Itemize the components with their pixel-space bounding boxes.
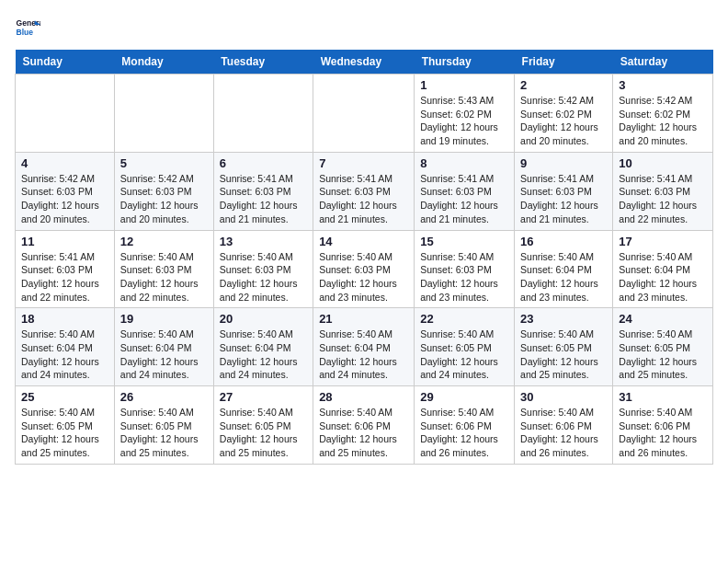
calendar-cell: 16Sunrise: 5:40 AM Sunset: 6:04 PM Dayli… [515, 230, 613, 308]
weekday-header: Monday [114, 50, 213, 75]
day-number: 10 [619, 156, 707, 170]
calendar-cell [16, 75, 115, 153]
day-number: 19 [120, 312, 208, 326]
day-number: 5 [120, 156, 208, 170]
calendar-cell: 6Sunrise: 5:41 AM Sunset: 6:03 PM Daylig… [213, 152, 313, 230]
calendar-week-row: 18Sunrise: 5:40 AM Sunset: 6:04 PM Dayli… [16, 308, 713, 386]
weekday-header: Thursday [415, 50, 515, 75]
day-number: 14 [319, 235, 408, 248]
weekday-header: Saturday [613, 50, 713, 75]
calendar-cell: 30Sunrise: 5:40 AM Sunset: 6:06 PM Dayli… [515, 386, 613, 465]
day-info: Sunrise: 5:40 AM Sunset: 6:05 PM Dayligh… [619, 327, 707, 382]
day-info: Sunrise: 5:40 AM Sunset: 6:03 PM Dayligh… [420, 250, 508, 304]
calendar-cell: 19Sunrise: 5:40 AM Sunset: 6:04 PM Dayli… [114, 308, 213, 386]
calendar-body: 1Sunrise: 5:43 AM Sunset: 6:02 PM Daylig… [16, 75, 713, 465]
day-info: Sunrise: 5:40 AM Sunset: 6:03 PM Dayligh… [120, 250, 208, 304]
calendar-cell: 10Sunrise: 5:41 AM Sunset: 6:03 PM Dayli… [613, 152, 713, 230]
day-info: Sunrise: 5:40 AM Sunset: 6:04 PM Dayligh… [319, 327, 408, 382]
day-info: Sunrise: 5:40 AM Sunset: 6:03 PM Dayligh… [220, 250, 307, 304]
calendar-cell: 27Sunrise: 5:40 AM Sunset: 6:05 PM Dayli… [213, 386, 313, 465]
calendar-cell: 15Sunrise: 5:40 AM Sunset: 6:03 PM Dayli… [415, 230, 515, 308]
header: General Blue [15, 15, 713, 40]
day-number: 6 [220, 156, 307, 170]
day-number: 9 [520, 156, 607, 170]
day-info: Sunrise: 5:41 AM Sunset: 6:03 PM Dayligh… [220, 172, 307, 226]
calendar-table: SundayMondayTuesdayWednesdayThursdayFrid… [15, 50, 713, 465]
calendar-cell: 1Sunrise: 5:43 AM Sunset: 6:02 PM Daylig… [415, 75, 515, 153]
day-info: Sunrise: 5:40 AM Sunset: 6:06 PM Dayligh… [520, 406, 607, 460]
day-number: 29 [420, 390, 508, 404]
calendar-cell: 4Sunrise: 5:42 AM Sunset: 6:03 PM Daylig… [16, 152, 115, 230]
day-number: 27 [220, 390, 307, 404]
day-info: Sunrise: 5:40 AM Sunset: 6:05 PM Dayligh… [120, 406, 208, 460]
day-info: Sunrise: 5:40 AM Sunset: 6:05 PM Dayligh… [21, 406, 108, 460]
day-info: Sunrise: 5:41 AM Sunset: 6:03 PM Dayligh… [520, 172, 607, 226]
calendar-week-row: 1Sunrise: 5:43 AM Sunset: 6:02 PM Daylig… [16, 75, 713, 153]
day-info: Sunrise: 5:40 AM Sunset: 6:04 PM Dayligh… [120, 327, 208, 382]
day-number: 30 [520, 390, 607, 404]
logo-icon: General Blue [15, 15, 40, 40]
day-info: Sunrise: 5:41 AM Sunset: 6:03 PM Dayligh… [420, 172, 508, 226]
calendar-cell: 21Sunrise: 5:40 AM Sunset: 6:04 PM Dayli… [313, 308, 415, 386]
day-info: Sunrise: 5:40 AM Sunset: 6:06 PM Dayligh… [319, 406, 408, 460]
day-number: 13 [220, 235, 307, 248]
day-info: Sunrise: 5:42 AM Sunset: 6:03 PM Dayligh… [120, 172, 208, 226]
day-info: Sunrise: 5:40 AM Sunset: 6:04 PM Dayligh… [520, 250, 607, 304]
day-info: Sunrise: 5:42 AM Sunset: 6:02 PM Dayligh… [520, 94, 607, 148]
calendar-header: SundayMondayTuesdayWednesdayThursdayFrid… [16, 50, 713, 75]
day-info: Sunrise: 5:40 AM Sunset: 6:04 PM Dayligh… [619, 250, 707, 304]
day-number: 15 [420, 235, 508, 248]
day-info: Sunrise: 5:42 AM Sunset: 6:02 PM Dayligh… [619, 94, 707, 148]
day-number: 12 [120, 235, 208, 248]
day-info: Sunrise: 5:40 AM Sunset: 6:03 PM Dayligh… [319, 250, 408, 304]
day-number: 4 [21, 156, 108, 170]
day-number: 7 [319, 156, 408, 170]
calendar-cell: 18Sunrise: 5:40 AM Sunset: 6:04 PM Dayli… [16, 308, 115, 386]
calendar-cell: 29Sunrise: 5:40 AM Sunset: 6:06 PM Dayli… [415, 386, 515, 465]
calendar-cell: 14Sunrise: 5:40 AM Sunset: 6:03 PM Dayli… [313, 230, 415, 308]
calendar-week-row: 25Sunrise: 5:40 AM Sunset: 6:05 PM Dayli… [16, 386, 713, 465]
calendar-cell: 11Sunrise: 5:41 AM Sunset: 6:03 PM Dayli… [16, 230, 115, 308]
calendar-cell: 13Sunrise: 5:40 AM Sunset: 6:03 PM Dayli… [213, 230, 313, 308]
weekday-row: SundayMondayTuesdayWednesdayThursdayFrid… [16, 50, 713, 75]
calendar-cell: 3Sunrise: 5:42 AM Sunset: 6:02 PM Daylig… [613, 75, 713, 153]
calendar-cell: 25Sunrise: 5:40 AM Sunset: 6:05 PM Dayli… [16, 386, 115, 465]
weekday-header: Wednesday [313, 50, 415, 75]
calendar-cell: 8Sunrise: 5:41 AM Sunset: 6:03 PM Daylig… [415, 152, 515, 230]
calendar-cell [313, 75, 415, 153]
day-info: Sunrise: 5:42 AM Sunset: 6:03 PM Dayligh… [21, 172, 108, 226]
day-info: Sunrise: 5:41 AM Sunset: 6:03 PM Dayligh… [619, 172, 707, 226]
day-number: 16 [520, 235, 607, 248]
svg-text:Blue: Blue [17, 28, 34, 37]
day-number: 17 [619, 235, 707, 248]
day-number: 2 [520, 78, 607, 92]
day-number: 20 [220, 312, 307, 326]
day-number: 22 [420, 312, 508, 326]
day-number: 23 [520, 312, 607, 326]
calendar-week-row: 4Sunrise: 5:42 AM Sunset: 6:03 PM Daylig… [16, 152, 713, 230]
day-number: 28 [319, 390, 408, 404]
day-info: Sunrise: 5:40 AM Sunset: 6:04 PM Dayligh… [220, 327, 307, 382]
calendar-cell: 20Sunrise: 5:40 AM Sunset: 6:04 PM Dayli… [213, 308, 313, 386]
calendar-cell: 9Sunrise: 5:41 AM Sunset: 6:03 PM Daylig… [515, 152, 613, 230]
day-number: 24 [619, 312, 707, 326]
calendar-cell [213, 75, 313, 153]
calendar-cell: 28Sunrise: 5:40 AM Sunset: 6:06 PM Dayli… [313, 386, 415, 465]
day-number: 31 [619, 390, 707, 404]
calendar-cell: 2Sunrise: 5:42 AM Sunset: 6:02 PM Daylig… [515, 75, 613, 153]
calendar-week-row: 11Sunrise: 5:41 AM Sunset: 6:03 PM Dayli… [16, 230, 713, 308]
day-info: Sunrise: 5:41 AM Sunset: 6:03 PM Dayligh… [21, 250, 108, 304]
day-number: 21 [319, 312, 408, 326]
day-number: 3 [619, 78, 707, 92]
calendar-cell: 12Sunrise: 5:40 AM Sunset: 6:03 PM Dayli… [114, 230, 213, 308]
weekday-header: Sunday [16, 50, 115, 75]
day-number: 1 [420, 78, 508, 92]
calendar-cell: 17Sunrise: 5:40 AM Sunset: 6:04 PM Dayli… [613, 230, 713, 308]
weekday-header: Tuesday [213, 50, 313, 75]
calendar-cell: 26Sunrise: 5:40 AM Sunset: 6:05 PM Dayli… [114, 386, 213, 465]
calendar-cell: 22Sunrise: 5:40 AM Sunset: 6:05 PM Dayli… [415, 308, 515, 386]
logo: General Blue [15, 15, 44, 40]
calendar-cell: 24Sunrise: 5:40 AM Sunset: 6:05 PM Dayli… [613, 308, 713, 386]
calendar-cell: 7Sunrise: 5:41 AM Sunset: 6:03 PM Daylig… [313, 152, 415, 230]
day-info: Sunrise: 5:40 AM Sunset: 6:04 PM Dayligh… [21, 327, 108, 382]
